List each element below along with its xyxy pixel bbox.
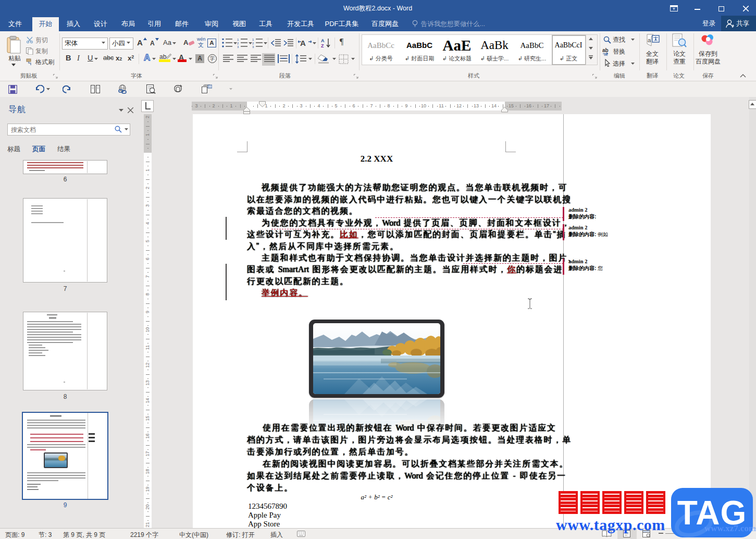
svg-text:2: 2 — [252, 42, 254, 45]
svg-text:Z: Z — [321, 43, 324, 48]
svg-text:1: 1 — [252, 39, 254, 41]
svg-text:A: A — [321, 38, 325, 43]
svg-text:ac: ac — [604, 53, 608, 56]
svg-text:2: 2 — [237, 42, 239, 45]
svg-text:a: a — [648, 37, 651, 43]
svg-text:3: 3 — [252, 45, 254, 48]
svg-text:1: 1 — [237, 39, 239, 41]
svg-text:3: 3 — [237, 45, 239, 48]
